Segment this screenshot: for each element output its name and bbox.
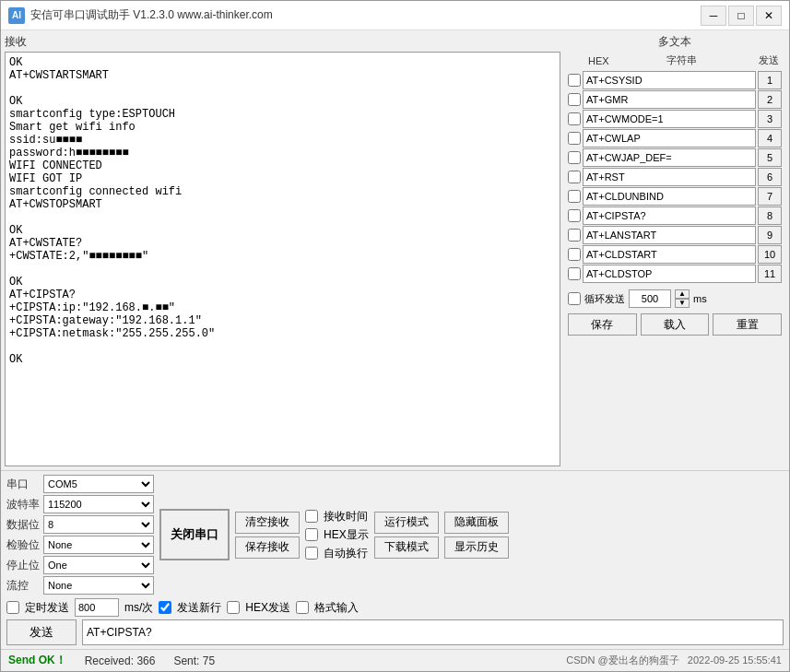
- cmd-send-btn-3[interactable]: 4: [758, 129, 782, 147]
- cmd-checkbox-5[interactable]: [568, 171, 581, 183]
- cmd-input-6[interactable]: [583, 187, 756, 206]
- cmd-input-9[interactable]: [583, 245, 756, 264]
- cmd-checkbox-10[interactable]: [568, 267, 581, 280]
- download-mode-button[interactable]: 下载模式: [374, 536, 439, 559]
- watermark-text: CSDN @爱出名的狗蛋子: [566, 654, 678, 666]
- flow-ctrl-row: 流控 None: [6, 576, 154, 595]
- timed-interval-input[interactable]: [75, 598, 119, 617]
- cmd-checkbox-7[interactable]: [568, 209, 581, 222]
- auto-newline-row: 自动换行: [305, 546, 369, 561]
- newline-label: 发送新行: [177, 600, 221, 616]
- stop-bits-label: 停止位: [6, 558, 40, 573]
- baud-label: 波特率: [6, 497, 40, 513]
- stop-bits-select[interactable]: One: [43, 556, 154, 574]
- minimize-button[interactable]: ─: [701, 6, 726, 26]
- cmd-input-1[interactable]: [583, 90, 756, 109]
- cmd-input-7[interactable]: [583, 206, 756, 225]
- reset-button[interactable]: 重置: [713, 313, 782, 336]
- col-send-label: 发送: [756, 53, 782, 67]
- auto-newline-checkbox[interactable]: [305, 547, 318, 560]
- baud-row: 波特率 115200: [6, 495, 154, 513]
- format-input-checkbox[interactable]: [296, 601, 309, 614]
- cmd-send-btn-4[interactable]: 5: [758, 148, 782, 167]
- baud-select[interactable]: 115200: [43, 495, 154, 513]
- cmd-send-btn-6[interactable]: 7: [758, 187, 782, 206]
- cmd-send-btn-7[interactable]: 8: [758, 206, 782, 225]
- cmd-send-btn-9[interactable]: 10: [758, 245, 782, 264]
- send-button[interactable]: 发送: [6, 619, 77, 645]
- right-action-buttons: 保存 载入 重置: [564, 312, 785, 337]
- cmd-input-0[interactable]: [583, 71, 756, 89]
- command-row: 8: [564, 206, 785, 225]
- show-history-button[interactable]: 显示历史: [444, 536, 509, 559]
- close-button[interactable]: ✕: [756, 6, 782, 26]
- cmd-checkbox-1[interactable]: [568, 93, 581, 106]
- loop-up-button[interactable]: ▲: [675, 289, 690, 299]
- cmd-send-btn-8[interactable]: 9: [758, 226, 782, 244]
- loop-down-button[interactable]: ▼: [675, 299, 690, 308]
- send-input-row: 发送: [6, 619, 784, 645]
- run-mode-button[interactable]: 运行模式: [374, 512, 439, 534]
- hex-display-row: HEX显示: [305, 527, 369, 543]
- cmd-input-2[interactable]: [583, 110, 756, 128]
- cmd-input-8[interactable]: [583, 226, 756, 244]
- cmd-send-btn-2[interactable]: 3: [758, 110, 782, 128]
- cmd-checkbox-3[interactable]: [568, 132, 581, 145]
- cmd-send-btn-0[interactable]: 1: [758, 71, 782, 89]
- parity-select[interactable]: None: [43, 536, 154, 554]
- loop-interval-input[interactable]: [629, 289, 671, 308]
- app-icon: AI: [8, 7, 25, 24]
- receive-options: 接收时间 HEX显示 自动换行: [305, 509, 369, 561]
- sent-value: 75: [203, 654, 215, 667]
- receive-area[interactable]: OK AT+CWSTARTSMART OK smartconfig type:E…: [5, 52, 560, 466]
- auto-newline-label: 自动换行: [324, 546, 368, 561]
- data-bits-label: 数据位: [6, 517, 40, 533]
- recv-time-checkbox[interactable]: [305, 510, 318, 523]
- cmd-checkbox-2[interactable]: [568, 112, 581, 125]
- clear-receive-button[interactable]: 清空接收: [235, 512, 300, 534]
- load-button[interactable]: 载入: [641, 313, 710, 336]
- command-row: 2: [564, 90, 785, 109]
- controls-row1: 串口 COM5 波特率 115200 数据位 8: [6, 475, 784, 595]
- hex-display-label: HEX显示: [324, 527, 369, 543]
- app-title: 安信可串口调试助手 V1.2.3.0 www.ai-thinker.com: [30, 7, 701, 23]
- cmd-checkbox-6[interactable]: [568, 190, 581, 203]
- loop-unit-label: ms: [693, 293, 707, 304]
- cmd-input-5[interactable]: [583, 168, 756, 186]
- title-bar: AI 安信可串口调试助手 V1.2.3.0 www.ai-thinker.com…: [1, 1, 789, 30]
- cmd-checkbox-0[interactable]: [568, 74, 581, 87]
- bottom-panel: 串口 COM5 波特率 115200 数据位 8: [1, 470, 789, 649]
- cmd-send-btn-10[interactable]: 11: [758, 265, 782, 283]
- col-str-label: 字符串: [610, 53, 752, 67]
- cmd-input-3[interactable]: [583, 129, 756, 147]
- loop-send-checkbox[interactable]: [568, 292, 581, 305]
- right-panel: 多文本 HEX 字符串 发送 1 2 3 4: [564, 34, 785, 466]
- open-close-button[interactable]: 关闭串口: [159, 509, 230, 560]
- command-row: 6: [564, 168, 785, 186]
- timed-send-checkbox[interactable]: [6, 601, 19, 614]
- cmd-send-btn-5[interactable]: 6: [758, 168, 782, 186]
- data-bits-row: 数据位 8: [6, 515, 154, 534]
- cmd-checkbox-9[interactable]: [568, 248, 581, 261]
- cmd-checkbox-8[interactable]: [568, 229, 581, 242]
- main-content: 接收 OK AT+CWSTARTSMART OK smartconfig typ…: [1, 30, 789, 470]
- port-row: 串口 COM5: [6, 475, 154, 493]
- cmd-input-4[interactable]: [583, 148, 756, 167]
- maximize-button[interactable]: □: [728, 6, 754, 26]
- cmd-send-btn-1[interactable]: 2: [758, 90, 782, 109]
- send-input[interactable]: [82, 619, 784, 645]
- save-button[interactable]: 保存: [568, 313, 637, 336]
- newline-checkbox[interactable]: [159, 601, 171, 614]
- sent-label: Sent:: [173, 654, 199, 667]
- hex-send-checkbox[interactable]: [227, 601, 240, 614]
- port-select[interactable]: COM5: [43, 475, 154, 493]
- cmd-input-10[interactable]: [583, 265, 756, 283]
- serial-settings: 串口 COM5 波特率 115200 数据位 8: [6, 475, 154, 595]
- save-receive-button[interactable]: 保存接收: [235, 536, 300, 559]
- cmd-checkbox-4[interactable]: [568, 151, 581, 164]
- data-bits-select[interactable]: 8: [43, 515, 154, 534]
- flow-ctrl-select[interactable]: None: [43, 576, 154, 595]
- hex-display-checkbox[interactable]: [305, 528, 318, 541]
- main-window: AI 安信可串口调试助手 V1.2.3.0 www.ai-thinker.com…: [0, 0, 790, 672]
- hide-panel-button[interactable]: 隐藏面板: [444, 512, 509, 534]
